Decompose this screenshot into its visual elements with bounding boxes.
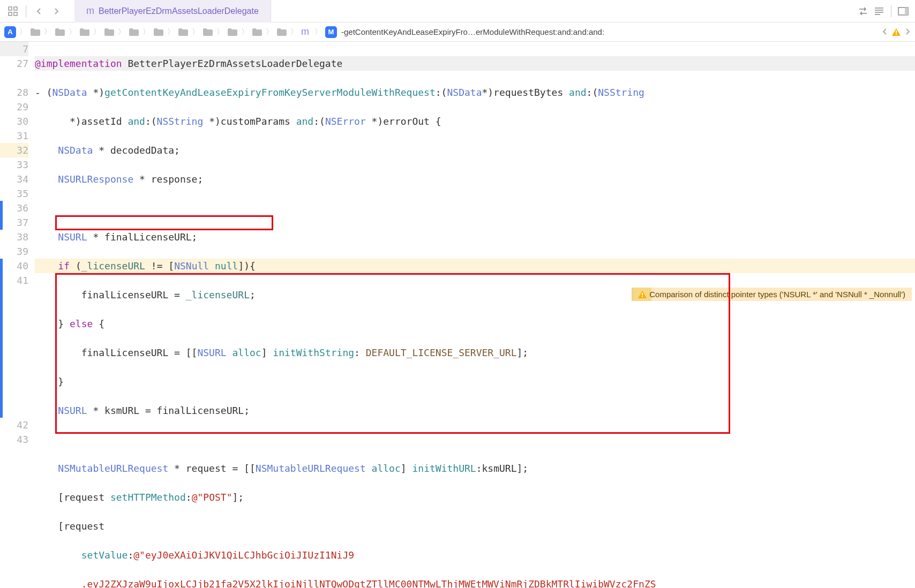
bc-folder[interactable] xyxy=(252,28,262,36)
bc-folder[interactable] xyxy=(202,28,213,36)
bc-app-icon[interactable]: A xyxy=(4,26,16,38)
code-line: [request xyxy=(35,519,915,533)
svg-rect-0 xyxy=(9,7,12,10)
svg-rect-7 xyxy=(896,34,897,35)
bc-folder[interactable] xyxy=(178,28,189,36)
code-line: - (NSData *)getContentKeyAndLeaseExpiryF… xyxy=(35,85,915,100)
change-indicator xyxy=(0,259,3,418)
bc-prev[interactable] xyxy=(882,27,888,36)
panel-icon[interactable] xyxy=(896,4,911,19)
bc-folder[interactable] xyxy=(30,28,41,36)
lines-icon[interactable] xyxy=(872,4,887,19)
file-m-icon: m xyxy=(86,5,94,17)
warning-icon xyxy=(638,290,647,299)
code-line: *)assetId and:(NSString *)customParams a… xyxy=(35,114,915,129)
grid-icon[interactable] xyxy=(5,4,20,19)
code-line: NSURL * finalLicenseURL; xyxy=(35,230,915,244)
breadcrumb-bar: A 〉 〉 〉 〉 〉 〉 〉 〉 〉 〉 〉 〉 m 〉 M -getCont… xyxy=(0,22,915,42)
svg-rect-3 xyxy=(14,12,17,16)
highlight-box xyxy=(55,215,273,230)
warning-text: Comparison of distinct pointer types ('N… xyxy=(649,287,905,301)
code-line: if (_licenseURL != [NSNull null]){ Compa… xyxy=(35,259,915,273)
warning-icon[interactable] xyxy=(891,27,901,37)
chevron-right-icon: 〉 xyxy=(19,27,27,37)
code-line xyxy=(35,201,915,215)
svg-rect-6 xyxy=(896,31,897,33)
bc-file[interactable]: m xyxy=(301,26,311,37)
bc-method-label[interactable]: -getContentKeyAndLeaseExpiryFro…erModule… xyxy=(341,27,604,36)
inline-warning[interactable]: Comparison of distinct pointer types ('N… xyxy=(632,288,912,301)
bc-folder[interactable] xyxy=(153,28,164,36)
swap-icon[interactable] xyxy=(856,4,871,19)
code-line xyxy=(35,432,915,447)
code-line: .eyJ2ZXJzaW9uIjoxLCJjb21fa2V5X2lkIjoiNjl… xyxy=(35,577,915,588)
file-tab[interactable]: m BetterPlayerEzDrmAssetsLoaderDelegate xyxy=(74,0,271,22)
code-line: } xyxy=(35,374,915,389)
bc-next[interactable] xyxy=(904,27,911,36)
bc-folder[interactable] xyxy=(227,28,238,36)
bc-folder[interactable] xyxy=(276,28,287,36)
code-line: @implementation BetterPlayerEzDrmAssetsL… xyxy=(35,56,915,71)
svg-rect-8 xyxy=(642,293,643,296)
code-editor[interactable]: 7 27 28 29 30 31 32 33 34 35 36 37 38 39… xyxy=(0,42,915,588)
svg-rect-9 xyxy=(642,296,643,297)
svg-rect-1 xyxy=(14,7,17,10)
code-line: NSURLResponse * response; xyxy=(35,172,915,186)
bc-folder[interactable] xyxy=(79,28,90,36)
tab-label: BetterPlayerEzDrmAssetsLoaderDelegate xyxy=(99,6,259,16)
code-line: NSURL * ksmURL = finalLicenseURL; xyxy=(35,403,915,418)
svg-rect-2 xyxy=(9,12,12,16)
code-line: } else { xyxy=(35,316,915,331)
bc-folder[interactable] xyxy=(129,28,139,36)
top-toolbar: m BetterPlayerEzDrmAssetsLoaderDelegate xyxy=(0,0,915,22)
code-line: NSMutableURLRequest * request = [[NSMuta… xyxy=(35,461,915,476)
code-line: setValue:@"eyJ0eXAiOiJKV1QiLCJhbGciOiJIU… xyxy=(35,548,915,562)
forward-button[interactable] xyxy=(49,4,64,19)
line-gutter: 7 27 28 29 30 31 32 33 34 35 36 37 38 39… xyxy=(0,42,35,588)
code-line: finalLicenseURL = [[NSURL alloc] initWit… xyxy=(35,345,915,360)
back-button[interactable] xyxy=(32,4,47,19)
code-area[interactable]: @implementation BetterPlayerEzDrmAssetsL… xyxy=(35,42,915,588)
bc-folder[interactable] xyxy=(104,28,115,36)
svg-rect-5 xyxy=(905,7,908,15)
change-indicator xyxy=(0,201,3,230)
bc-method-icon[interactable]: M xyxy=(325,26,337,38)
code-line: NSData * decodedData; xyxy=(35,143,915,157)
code-line: [request setHTTPMethod:@"POST"]; xyxy=(35,490,915,504)
bc-folder[interactable] xyxy=(55,28,65,36)
